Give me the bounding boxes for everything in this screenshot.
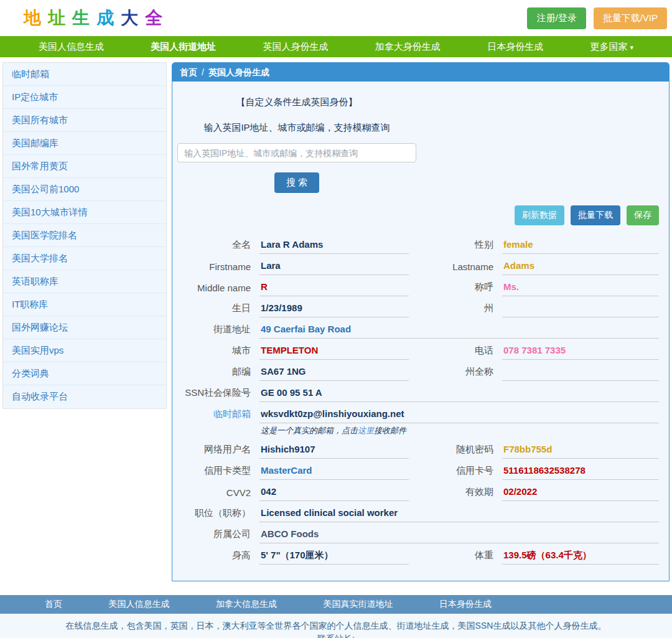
nav-item-canada-identity[interactable]: 加拿大身份生成 <box>375 41 441 53</box>
field-street-value[interactable]: 49 Caerfai Bay Road <box>259 324 659 339</box>
field-ssn-value[interactable]: GE 00 95 51 A <box>259 387 659 402</box>
breadcrumb-separator: / <box>202 67 204 77</box>
batch-download-vip-button[interactable]: 批量下载/VIP <box>594 7 667 29</box>
search-input[interactable] <box>177 143 416 162</box>
email-note-text: 接收邮件 <box>374 426 406 435</box>
nav-item-japan-identity[interactable]: 日本身份生成 <box>487 41 543 53</box>
footer-nav-item-us-real-street[interactable]: 美国真实街道地址 <box>324 599 393 610</box>
breadcrumb-home-link[interactable]: 首页 <box>180 67 197 77</box>
site-logo: 地址生成大全 <box>24 6 169 30</box>
field-birthday-value[interactable]: 1/23/1989 <box>259 303 409 317</box>
main-panel: 首页/英国人身份生成 【自定义条件生成英国身份】 输入英国IP地址、城市或邮编，… <box>172 62 670 581</box>
field-zipcode-value[interactable]: SA67 1NG <box>259 366 409 381</box>
field-weight-value[interactable]: 139.5磅（63.4千克） <box>502 550 659 565</box>
main-nav: 美国人信息生成 美国人街道地址 英国人身份生成 加拿大身份生成 日本身份生成 更… <box>0 36 672 57</box>
field-cc-type-value[interactable]: MasterCard <box>259 465 409 480</box>
field-lastname-value[interactable]: Adams <box>502 260 659 275</box>
field-ssn-label: SSN社会保险号 <box>177 387 259 402</box>
footer-nav-item-home[interactable]: 首页 <box>45 599 62 610</box>
batch-download-button[interactable]: 批量下载 <box>571 205 620 225</box>
footer-nav-item-us-person-info[interactable]: 美国人信息生成 <box>109 599 170 610</box>
register-login-button[interactable]: 注册/登录 <box>527 7 586 29</box>
field-street-label: 街道地址 <box>177 324 259 339</box>
nav-item-more-countries[interactable]: 更多国家▾ <box>590 41 633 53</box>
nav-item-us-street-address[interactable]: 美国人街道地址 <box>151 41 216 53</box>
nav-item-uk-identity[interactable]: 英国人身份生成 <box>263 41 329 53</box>
field-height-value[interactable]: 5' 7"（170厘米） <box>259 550 409 565</box>
field-state-full-value[interactable] <box>502 366 659 381</box>
field-occupation-label: 职位（职称） <box>177 507 259 522</box>
sidebar-item-ip-city[interactable]: IP定位城市 <box>3 86 166 109</box>
sidebar-item-overseas-forums[interactable]: 国外网赚论坛 <box>3 316 166 339</box>
footer: 首页 美国人信息生成 加拿大信息生成 美国真实街道地址 日本身份生成 在线信息生… <box>0 595 672 638</box>
sidebar-item-yellow-pages[interactable]: 国外常用黄页 <box>3 155 166 178</box>
sidebar-item-it-titles[interactable]: IT职称库 <box>3 293 166 316</box>
field-lastname-label: Lastname <box>409 261 502 275</box>
logo-char: 成 <box>96 8 121 27</box>
field-occupation-value[interactable]: Licensed clinical social worker <box>259 507 659 522</box>
footer-nav-item-canada-info[interactable]: 加拿大信息生成 <box>216 599 277 610</box>
sidebar-item-us-vps[interactable]: 美国实用vps <box>3 339 166 362</box>
sidebar-item-category-dictionary[interactable]: 分类词典 <box>3 362 166 385</box>
field-state-full-label: 州全称 <box>409 366 502 381</box>
breadcrumb: 首页/英国人身份生成 <box>172 63 669 82</box>
sidebar-item-us-10-cities[interactable]: 美国10大城市详情 <box>3 201 166 224</box>
field-cc-expiry-value[interactable]: 02/2022 <box>502 486 659 501</box>
email-note-text: 这是一个真实的邮箱，点击 <box>261 426 358 435</box>
sidebar: 临时邮箱 IP定位城市 美国所有城市 美国邮编库 国外常用黄页 美国公司前100… <box>2 62 167 409</box>
sidebar-item-us-medical-schools[interactable]: 美国医学院排名 <box>3 224 166 247</box>
field-gender-label: 性别 <box>409 239 502 254</box>
site-header: 地址生成大全 注册/登录 批量下载/VIP <box>0 0 672 36</box>
logo-char: 址 <box>48 8 72 27</box>
sidebar-item-auto-index-platform[interactable]: 自动收录平台 <box>3 385 166 408</box>
field-temp-email-value[interactable]: wksvdkt0zp@linshiyouxiang.net <box>259 408 659 423</box>
field-password-label: 随机密码 <box>409 444 502 459</box>
field-gender-value[interactable]: female <box>502 239 659 254</box>
generator-title: 【自定义条件生成英国身份】 <box>177 96 416 108</box>
breadcrumb-current: 英国人身份生成 <box>208 67 269 77</box>
field-city-value[interactable]: TEMPLETON <box>259 345 409 360</box>
field-password-value[interactable]: F78bb755d <box>502 444 659 459</box>
sidebar-item-english-titles[interactable]: 英语职称库 <box>3 270 166 293</box>
caret-down-icon: ▾ <box>630 44 633 51</box>
field-zipcode-label: 邮编 <box>177 366 259 381</box>
nav-item-us-person-info[interactable]: 美国人信息生成 <box>39 41 104 53</box>
field-salutation-label: 称呼 <box>409 281 502 296</box>
field-cc-type-label: 信用卡类型 <box>177 465 259 480</box>
field-temp-email-label-link[interactable]: 临时邮箱 <box>177 408 259 423</box>
field-birthday-label: 生日 <box>177 303 259 317</box>
field-firstname-value[interactable]: Lara <box>259 260 409 275</box>
field-company-value[interactable]: ABCO Foods <box>259 528 659 543</box>
field-cvv2-label: CVV2 <box>177 487 259 501</box>
save-button[interactable]: 保存 <box>627 205 659 225</box>
refresh-data-button[interactable]: 刷新数据 <box>515 205 564 225</box>
field-phone-value[interactable]: 078 7381 7335 <box>502 345 659 360</box>
field-username-value[interactable]: Hishich9107 <box>259 444 409 459</box>
receive-mail-link[interactable]: 这里 <box>358 426 374 435</box>
sidebar-item-us-cities[interactable]: 美国所有城市 <box>3 109 166 132</box>
field-username-label: 网络用户名 <box>177 444 259 459</box>
logo-char: 生 <box>72 8 96 27</box>
nav-item-more-countries-label: 更多国家 <box>590 41 627 52</box>
field-city-label: 城市 <box>177 345 259 360</box>
logo-char: 地 <box>24 8 48 27</box>
field-fullname-value[interactable]: Lara R Adams <box>259 239 409 254</box>
field-state-label: 州 <box>409 303 502 317</box>
identity-form: 全名 Lara R Adams 性别 female Firstname Lara… <box>177 233 659 565</box>
sidebar-item-temp-mail[interactable]: 临时邮箱 <box>3 63 166 86</box>
footer-nav-item-japan-identity[interactable]: 日本身份生成 <box>439 599 492 610</box>
field-firstname-label: Firstname <box>177 261 259 275</box>
field-salutation-value[interactable]: Ms. <box>502 281 659 296</box>
footer-description: 在线信息生成，包含美国，英国，日本，澳大利亚等全世界各个国家的个人信息生成、街道… <box>0 619 672 632</box>
search-hint: 输入英国IP地址、城市或邮编，支持模糊查询 <box>177 122 416 134</box>
field-cc-number-value[interactable]: 5116118632538278 <box>502 465 659 480</box>
footer-nav: 首页 美国人信息生成 加拿大信息生成 美国真实街道地址 日本身份生成 <box>0 595 672 614</box>
sidebar-item-us-zipcodes[interactable]: 美国邮编库 <box>3 132 166 155</box>
search-button[interactable]: 搜 索 <box>274 172 319 193</box>
sidebar-item-us-universities[interactable]: 美国大学排名 <box>3 247 166 270</box>
field-middlename-value[interactable]: R <box>259 281 409 296</box>
field-state-value[interactable] <box>502 303 659 317</box>
sidebar-item-us-top1000[interactable]: 美国公司前1000 <box>3 178 166 201</box>
field-cvv2-value[interactable]: 042 <box>259 486 409 501</box>
field-height-label: 身高 <box>177 550 259 565</box>
